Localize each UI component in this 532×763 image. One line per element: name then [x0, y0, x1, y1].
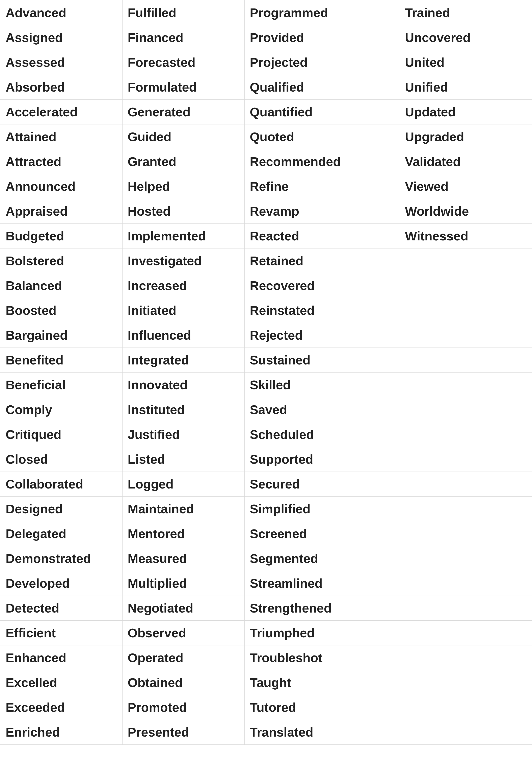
table-row: DemonstratedMeasuredSegmented	[0, 546, 532, 571]
table-cell: Operated	[122, 645, 244, 670]
table-cell: Investigated	[122, 249, 244, 273]
table-cell: Initiated	[122, 298, 244, 323]
table-cell: Retained	[244, 249, 399, 273]
table-cell: Witnessed	[399, 224, 532, 249]
table-row: BalancedIncreasedRecovered	[0, 273, 532, 298]
table-cell: Justified	[122, 422, 244, 447]
table-cell: Promoted	[122, 695, 244, 720]
table-cell	[399, 422, 532, 447]
table-cell: Influenced	[122, 323, 244, 348]
table-cell: Excelled	[0, 670, 122, 695]
table-cell	[399, 695, 532, 720]
table-cell: Reinstated	[244, 298, 399, 323]
table-cell: Measured	[122, 546, 244, 571]
table-cell: Triumphed	[244, 621, 399, 645]
table-cell: Balanced	[0, 273, 122, 298]
table-cell	[399, 298, 532, 323]
table-row: DelegatedMentoredScreened	[0, 521, 532, 546]
table-cell: Unified	[399, 75, 532, 100]
table-cell	[399, 472, 532, 496]
table-row: AttainedGuidedQuotedUpgraded	[0, 124, 532, 149]
table-cell: Mentored	[122, 521, 244, 546]
table-row: BudgetedImplementedReactedWitnessed	[0, 224, 532, 249]
table-cell: Tutored	[244, 695, 399, 720]
table-cell: Integrated	[122, 348, 244, 373]
table-cell: Granted	[122, 149, 244, 174]
table-cell: Upgraded	[399, 124, 532, 149]
table-cell: Troubleshot	[244, 645, 399, 670]
table-cell: Maintained	[122, 496, 244, 521]
table-cell: Skilled	[244, 373, 399, 397]
table-cell: Beneficial	[0, 373, 122, 397]
table-cell: Implemented	[122, 224, 244, 249]
table-cell: Guided	[122, 124, 244, 149]
table-cell: Announced	[0, 174, 122, 199]
table-cell	[399, 323, 532, 348]
table-cell: Viewed	[399, 174, 532, 199]
table-cell: Translated	[244, 720, 399, 745]
table-cell	[399, 670, 532, 695]
table-row: BargainedInfluencedRejected	[0, 323, 532, 348]
table-row: BoostedInitiatedReinstated	[0, 298, 532, 323]
table-cell: Trained	[399, 0, 532, 25]
table-cell	[399, 546, 532, 571]
table-cell: Collaborated	[0, 472, 122, 496]
table-cell	[399, 373, 532, 397]
table-cell: Revamp	[244, 199, 399, 224]
table-row: AppraisedHostedRevampWorldwide	[0, 199, 532, 224]
table-cell: Closed	[0, 447, 122, 472]
table-cell	[399, 720, 532, 745]
table-cell: Fulfilled	[122, 0, 244, 25]
table-cell: Quoted	[244, 124, 399, 149]
table-cell: Programmed	[244, 0, 399, 25]
table-cell: Boosted	[0, 298, 122, 323]
table-cell: Worldwide	[399, 199, 532, 224]
table-cell	[399, 571, 532, 596]
table-cell: Accelerated	[0, 100, 122, 124]
table-cell: Quantified	[244, 100, 399, 124]
table-cell: Designed	[0, 496, 122, 521]
table-cell: Sustained	[244, 348, 399, 373]
table-row: CritiquedJustifiedScheduled	[0, 422, 532, 447]
table-row: AttractedGrantedRecommendedValidated	[0, 149, 532, 174]
table-row: AssignedFinancedProvidedUncovered	[0, 25, 532, 50]
table-cell: Segmented	[244, 546, 399, 571]
table-row: AnnouncedHelpedRefineViewed	[0, 174, 532, 199]
table-cell: Projected	[244, 50, 399, 75]
table-cell: Forecasted	[122, 50, 244, 75]
table-cell: Bargained	[0, 323, 122, 348]
table-cell: Secured	[244, 472, 399, 496]
table-cell	[399, 496, 532, 521]
table-cell: Delegated	[0, 521, 122, 546]
table-cell: Streamlined	[244, 571, 399, 596]
table-cell: Helped	[122, 174, 244, 199]
table-cell: Recovered	[244, 273, 399, 298]
table-cell: Updated	[399, 100, 532, 124]
table-cell: Attained	[0, 124, 122, 149]
table-cell: Scheduled	[244, 422, 399, 447]
table-row: EnrichedPresentedTranslated	[0, 720, 532, 745]
table-cell: Budgeted	[0, 224, 122, 249]
table-cell: Validated	[399, 149, 532, 174]
table-cell: Reacted	[244, 224, 399, 249]
table-cell: Screened	[244, 521, 399, 546]
table-cell: Supported	[244, 447, 399, 472]
table-cell: Observed	[122, 621, 244, 645]
table-cell: Provided	[244, 25, 399, 50]
table-cell	[399, 645, 532, 670]
table-row: BeneficialInnovatedSkilled	[0, 373, 532, 397]
table-cell: Exceeded	[0, 695, 122, 720]
table-row: ComplyInstitutedSaved	[0, 397, 532, 422]
table-cell: Efficient	[0, 621, 122, 645]
table-row: AdvancedFulfilledProgrammedTrained	[0, 0, 532, 25]
table-cell: Qualified	[244, 75, 399, 100]
table-cell	[399, 521, 532, 546]
table-row: DesignedMaintainedSimplified	[0, 496, 532, 521]
table-cell: Absorbed	[0, 75, 122, 100]
table-cell	[399, 621, 532, 645]
table-cell: Appraised	[0, 199, 122, 224]
table-row: BolsteredInvestigatedRetained	[0, 249, 532, 273]
table-cell: Taught	[244, 670, 399, 695]
table-cell: Simplified	[244, 496, 399, 521]
table-cell: Listed	[122, 447, 244, 472]
